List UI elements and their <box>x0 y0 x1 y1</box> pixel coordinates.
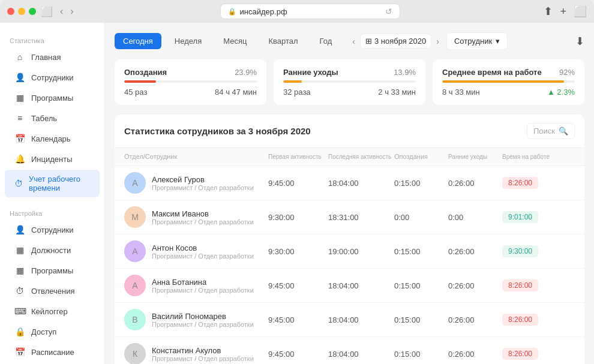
employee-selector-label: Сотрудник <box>454 37 492 46</box>
share-button[interactable]: ⬆ <box>544 5 553 18</box>
sidebar-item-label: Доступ <box>31 327 56 336</box>
date-text: 3 ноября 2020 <box>374 37 426 46</box>
date-prev-button[interactable]: ‹ <box>350 34 358 49</box>
employee-role: Программист / Отдел разработки <box>152 355 254 362</box>
windows-button[interactable]: ⬜ <box>574 5 587 18</box>
sidebar-item-label: Отвлечения <box>31 287 75 296</box>
table-header-row: Статистика сотрудников за 3 ноября 2020 … <box>115 115 584 148</box>
sidebar-item-programs[interactable]: ▦ Программы <box>5 88 100 107</box>
stat-progress-bar2 <box>283 80 302 83</box>
first-activity: 9:45:00 <box>268 281 328 290</box>
sidebar-item-s-programs[interactable]: ▦ Программы <box>5 261 100 280</box>
grid-icon: ▦ <box>14 93 25 103</box>
keyboard-icon: ⌨ <box>14 306 25 316</box>
table-row[interactable]: М Максим Иванов Программист / Отдел разр… <box>115 200 584 234</box>
date-display: ⊞ 3 ноября 2020 <box>360 34 431 49</box>
sidebar-item-s-roles[interactable]: ▦ Должности <box>5 240 100 260</box>
sidebar-item-s-schedule[interactable]: 📅 Расписание <box>5 342 100 362</box>
work-time-badge: 9:30:00 <box>502 245 538 257</box>
sidebar-item-s-access[interactable]: 🔒 Доступ <box>5 322 100 341</box>
search-icon: 🔍 <box>559 127 568 136</box>
avatar: А <box>124 240 146 262</box>
tab-year[interactable]: Год <box>311 33 341 49</box>
tab-today[interactable]: Сегодня <box>115 33 161 49</box>
early-leaves: 0:26:00 <box>448 315 502 324</box>
employee-name: Василий Пономарев <box>152 312 254 321</box>
calendar-icon3: ⊞ <box>365 37 372 46</box>
stat-percent: 23.9% <box>235 68 257 77</box>
sidebar-item-calendar[interactable]: 📅 Календарь <box>5 129 100 148</box>
stat-time: 84 ч 47 мин <box>215 88 257 97</box>
title-bar-center: 🔒 инсайдер.рф ↺ <box>81 4 539 19</box>
title-bar-actions: ⬆ + ⬜ <box>544 5 587 18</box>
employee-name: Антон Косов <box>152 243 254 252</box>
close-button[interactable] <box>7 8 14 15</box>
calendar-icon2: 📅 <box>14 347 25 357</box>
work-time-badge: 8:26:00 <box>502 279 538 291</box>
avatar: А <box>124 172 146 194</box>
table-row[interactable]: В Василий Пономарев Программист / Отдел … <box>115 303 584 337</box>
download-button[interactable]: ⬇ <box>575 35 584 48</box>
forward-button[interactable]: › <box>68 5 76 18</box>
stat-percent2: 13.9% <box>394 68 416 77</box>
last-activity: 18:04:00 <box>328 179 394 188</box>
minimize-button[interactable] <box>18 8 25 15</box>
stat-footer3: 8 ч 33 мин ▲ 2.3% <box>442 88 575 97</box>
table-row[interactable]: А Антон Косов Программист / Отдел разраб… <box>115 234 584 269</box>
table-row[interactable]: А Анна Ботанина Программист / Отдел разр… <box>115 269 584 303</box>
stat-progress-bar <box>124 80 156 83</box>
sidebar-item-label: Главная <box>31 53 61 62</box>
last-activity: 18:04:00 <box>328 350 394 359</box>
sidebar-toggle-button[interactable]: ⬜ <box>41 6 53 17</box>
sidebar-item-incidents[interactable]: 🔔 Инциденты <box>5 149 100 169</box>
sidebar-item-employees[interactable]: 👤 Сотрудники <box>5 68 100 87</box>
avatar: М <box>124 206 146 228</box>
home-icon: ⌂ <box>14 52 25 62</box>
first-activity: 9:30:00 <box>268 247 328 256</box>
url-bar[interactable]: 🔒 инсайдер.рф ↺ <box>220 4 400 19</box>
last-activity: 18:04:00 <box>328 281 394 290</box>
back-button[interactable]: ‹ <box>58 5 65 18</box>
tab-week[interactable]: Неделя <box>166 33 210 49</box>
sidebar-item-label: Табель <box>31 114 57 123</box>
grid-icon2: ▦ <box>14 266 25 275</box>
employee-role: Программист / Отдел разработки <box>152 321 254 328</box>
tab-month[interactable]: Месяц <box>215 33 255 49</box>
url-text: инсайдер.рф <box>240 7 287 16</box>
col-header-worktime: Время на работе <box>502 153 562 161</box>
early-leaves: 0:00 <box>448 213 502 222</box>
last-activity: 19:00:00 <box>328 247 394 256</box>
table-title: Статистика сотрудников за 3 ноября 2020 <box>124 126 311 136</box>
sidebar-item-s-distractions[interactable]: ⏱ Отвлечения <box>5 281 100 300</box>
nav-arrows: ‹ › <box>58 5 76 18</box>
new-tab-button[interactable]: + <box>560 5 566 18</box>
sidebar-item-label: Сотрудники <box>31 225 73 234</box>
sidebar-item-s-keylogger[interactable]: ⌨ Кейлоггер <box>5 302 100 321</box>
search-placeholder: Поиск <box>533 127 555 136</box>
sidebar-item-s-employees[interactable]: 👤 Сотрудники <box>5 220 100 239</box>
sidebar-item-label: Программы <box>31 94 73 103</box>
sidebar-item-worktime[interactable]: ⏱ Учет рабочего времени <box>5 170 100 197</box>
early-leaves: 0:26:00 <box>448 281 502 290</box>
early-leaves: 0:26:00 <box>448 179 502 188</box>
sidebar-item-label: Календарь <box>31 134 71 143</box>
stat-card-early-leaves: Ранние уходы 13.9% 32 раза 2 ч 33 мин <box>274 59 425 105</box>
employee-name: Алексей Гуров <box>152 175 254 184</box>
avatar: В <box>124 309 146 330</box>
search-box[interactable]: Поиск 🔍 <box>527 123 575 139</box>
stat-progress2 <box>283 80 416 83</box>
sidebar: Статистика ⌂ Главная 👤 Сотрудники ▦ Прог… <box>0 23 105 364</box>
date-next-button[interactable]: › <box>434 34 442 49</box>
sidebar-item-home[interactable]: ⌂ Главная <box>5 47 100 67</box>
maximize-button[interactable] <box>29 8 36 15</box>
stat-value3: 8 ч 33 мин <box>442 88 480 97</box>
table-section: Статистика сотрудников за 3 ноября 2020 … <box>115 115 584 364</box>
sidebar-item-tabel[interactable]: ≡ Табель <box>5 109 100 128</box>
work-time-badge: 9:01:00 <box>502 211 538 223</box>
reload-icon[interactable]: ↺ <box>385 7 392 16</box>
employee-name: Максим Иванов <box>152 209 254 218</box>
tab-quarter[interactable]: Квартал <box>260 33 306 49</box>
table-row[interactable]: А Алексей Гуров Программист / Отдел разр… <box>115 166 584 200</box>
table-row[interactable]: К Константин Акулов Программист / Отдел … <box>115 337 584 364</box>
employee-selector[interactable]: Сотрудник ▾ <box>446 32 508 50</box>
